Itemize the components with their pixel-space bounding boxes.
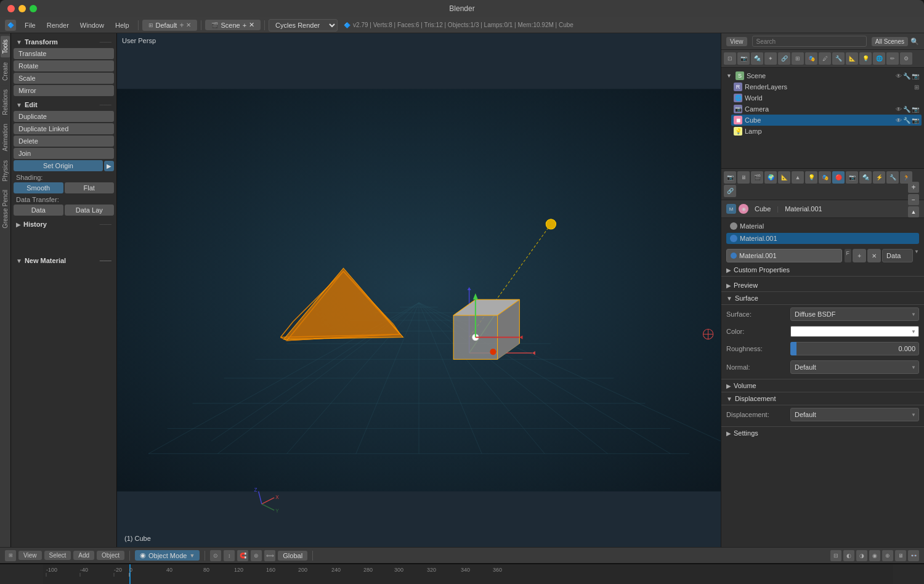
cube-vis-1[interactable]: 👁 [896, 117, 902, 124]
new-material-header[interactable]: ▼ New Material ─── [14, 255, 114, 266]
outliner-renderlayers[interactable]: R RenderLayers ⊞ [731, 81, 922, 92]
gizmo-icon[interactable]: ⊕ [882, 550, 893, 561]
mirror-icon[interactable]: ⟺ [264, 550, 275, 561]
maximize-button[interactable] [30, 5, 37, 12]
outliner-icon-2[interactable]: 📷 [737, 52, 750, 65]
outliner-icon-1[interactable]: ⊡ [724, 52, 736, 65]
roughness-slider[interactable]: 0.000 [790, 342, 919, 355]
data-lay-button[interactable]: Data Lay [65, 205, 115, 216]
shading-icon[interactable]: ◑ [856, 550, 867, 561]
tab-relations[interactable]: Relations [1, 86, 10, 119]
material-slot-type[interactable]: Data [882, 249, 913, 262]
displacement-header[interactable]: ▼ Displacement [721, 392, 924, 405]
renderer-select[interactable]: Cycles Render Blender Render [269, 19, 338, 31]
history-section-header[interactable]: ▶ History ─── [14, 218, 114, 230]
settings-header[interactable]: ▶ Settings [721, 426, 924, 439]
cube-vis-3[interactable]: 📷 [912, 117, 919, 124]
outliner-view-btn[interactable]: View [726, 37, 747, 46]
minimize-button[interactable] [18, 5, 26, 12]
scene-vis-1[interactable]: 👁 [896, 73, 902, 79]
mp-left-actions[interactable]: M ◉ [726, 204, 748, 214]
overlay-icon[interactable]: ◉ [869, 550, 880, 561]
prop-icon-14[interactable]: 🔗 [724, 185, 736, 197]
prop-icon-8[interactable]: 🎭 [819, 171, 831, 184]
outliner-world[interactable]: 🌐 World [731, 92, 922, 103]
menu-window[interactable]: Window [75, 20, 109, 30]
viewport-menu-icon[interactable]: ⊞ [5, 550, 16, 561]
layer-icon[interactable]: ⊟ [830, 550, 841, 561]
color-field[interactable]: ▼ [790, 326, 919, 337]
transform-icon[interactable]: ↕ [224, 550, 235, 561]
volume-header[interactable]: ▶ Volume [721, 379, 924, 392]
outliner-icon-8[interactable]: 🖊 [819, 52, 831, 65]
scale-button[interactable]: Scale [14, 73, 114, 84]
outliner-icon-5[interactable]: 🔗 [778, 52, 790, 65]
prop-icon-6[interactable]: ▲ [792, 171, 804, 184]
workspace-plus[interactable]: + [179, 21, 184, 30]
prop-icon-5[interactable]: 📐 [778, 171, 790, 184]
viewport-canvas[interactable]: X Z Y [117, 33, 721, 547]
translate-button[interactable]: Translate [14, 48, 114, 59]
set-origin-button[interactable]: Set Origin [14, 160, 103, 171]
edit-section-header[interactable]: ▼ Edit ─── [14, 99, 114, 111]
prop-icon-7[interactable]: 💡 [805, 171, 817, 184]
search-icon[interactable]: 🔍 [910, 38, 919, 46]
delete-button[interactable]: Delete [14, 136, 114, 147]
custom-properties-header[interactable]: ▶ Custom Properties [721, 264, 924, 277]
add-material-slot-btn[interactable]: + [908, 182, 919, 193]
slot-plus-btn[interactable]: + [853, 249, 866, 262]
close-button[interactable] [7, 5, 15, 12]
workspace-close[interactable]: ✕ [186, 22, 191, 28]
displacement-value-field[interactable]: Default ▼ [790, 408, 919, 421]
snap-icon[interactable]: 🧲 [237, 550, 248, 561]
coordinate-system[interactable]: Global [278, 551, 307, 561]
select-btn[interactable]: Select [44, 551, 71, 560]
outliner-icon-13[interactable]: ✏ [886, 52, 899, 65]
flat-button[interactable]: Flat [65, 182, 115, 193]
material-slot-select[interactable]: Material.001 [726, 249, 842, 262]
pivot-icon[interactable]: ⊙ [210, 550, 221, 561]
slot-x-btn[interactable]: ✕ [867, 249, 881, 262]
scene-plus[interactable]: + [243, 22, 246, 29]
outliner-icon-3[interactable]: 🔩 [751, 52, 763, 65]
scene-tab[interactable]: 🎬 Scene + ✕ [205, 20, 261, 30]
scene-vis-2[interactable]: 🔧 [903, 73, 910, 79]
viewport[interactable]: User Persp [117, 33, 721, 547]
cube-vis-2[interactable]: 🔧 [903, 117, 910, 124]
camera-vis-3[interactable]: 📷 [912, 106, 919, 113]
menu-render[interactable]: Render [42, 20, 74, 30]
prop-icon-9[interactable]: 📷 [846, 171, 858, 184]
preview-header[interactable]: ▶ Preview [721, 279, 924, 292]
outliner-icon-4[interactable]: ✦ [764, 52, 777, 65]
normal-field-value[interactable]: Default ▼ [790, 360, 919, 374]
proportional-icon[interactable]: ⊚ [251, 550, 262, 561]
tab-animation[interactable]: Animation [1, 120, 10, 155]
surface-field-value[interactable]: Diffuse BSDF ▼ [790, 307, 919, 321]
menu-help[interactable]: Help [110, 20, 134, 30]
object-btn[interactable]: Object [97, 551, 124, 560]
tab-tools[interactable]: Tools [1, 36, 10, 57]
add-btn[interactable]: Add [73, 551, 94, 560]
workspace-tab[interactable]: ⊞ Default + ✕ [142, 20, 198, 31]
mirror-button[interactable]: Mirror [14, 85, 114, 96]
rotate-button[interactable]: Rotate [14, 60, 114, 71]
duplicate-linked-button[interactable]: Duplicate Linked [14, 123, 114, 134]
outliner-icon-14[interactable]: ⚙ [900, 52, 912, 65]
prop-icon-material[interactable]: 🔴 [832, 171, 845, 184]
tab-create[interactable]: Create [1, 59, 10, 84]
prop-icon-2[interactable]: 🖥 [737, 171, 750, 184]
prop-icon-10[interactable]: 🔩 [859, 171, 872, 184]
move-material-slot-up-btn[interactable]: ▲ [908, 206, 919, 217]
outliner-cube[interactable]: ◼ Cube 👁 🔧 📷 [731, 115, 922, 126]
prop-icon-3[interactable]: 🎬 [751, 171, 763, 184]
screen-icon[interactable]: 🖥 [895, 550, 906, 561]
outliner-lamp[interactable]: 💡 Lamp [731, 126, 922, 137]
render-mode-icon[interactable]: ◐ [843, 550, 854, 561]
tab-grease-pencil[interactable]: Grease Pencil [1, 186, 10, 232]
search-input[interactable]: Search [752, 36, 867, 47]
outliner-scene[interactable]: ▼ S Scene 👁 🔧 📷 [724, 70, 922, 81]
set-origin-arrow-button[interactable]: ▶ [104, 161, 114, 171]
material-item-2[interactable]: Material.001 [726, 233, 919, 244]
smooth-button[interactable]: Smooth [14, 182, 63, 193]
timeline-ruler[interactable]: -100 -40 -20 0 40 80 120 160 200 240 280… [0, 564, 924, 584]
